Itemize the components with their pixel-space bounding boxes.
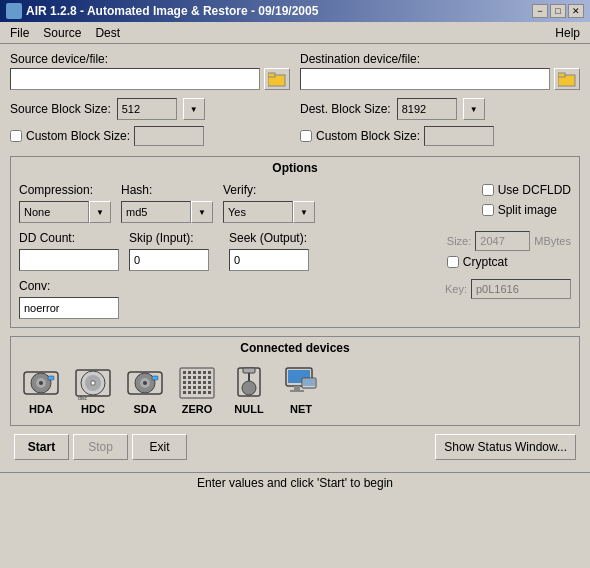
menu-help[interactable]: Help: [549, 24, 586, 42]
source-browse-button[interactable]: [264, 68, 290, 90]
start-button[interactable]: Start: [14, 434, 69, 460]
hdc-icon: disc: [73, 363, 113, 403]
svg-rect-19: [152, 376, 158, 380]
compression-dropdown[interactable]: ▼: [89, 201, 111, 223]
maximize-button[interactable]: □: [550, 4, 566, 18]
device-hdc[interactable]: disc HDC: [71, 361, 115, 417]
svg-rect-1: [268, 73, 275, 77]
source-custom-block-label: Custom Block Size:: [26, 129, 130, 143]
verify-label: Verify:: [223, 183, 315, 197]
null-icon: [229, 363, 269, 403]
device-null[interactable]: NULL: [227, 361, 271, 417]
source-label: Source device/file:: [10, 52, 290, 66]
svg-rect-39: [183, 386, 186, 389]
hash-dropdown[interactable]: ▼: [191, 201, 213, 223]
sda-label: SDA: [133, 403, 156, 415]
folder-icon: [558, 71, 576, 87]
title-bar-controls: − □ ✕: [532, 4, 584, 18]
split-image-label: Split image: [498, 203, 557, 217]
dest-block-input[interactable]: [397, 98, 457, 120]
svg-point-13: [92, 382, 95, 385]
device-sda[interactable]: SDA: [123, 361, 167, 417]
dest-custom-block-checkbox[interactable]: [300, 130, 312, 142]
source-custom-block-input[interactable]: [134, 126, 204, 146]
svg-rect-21: [183, 371, 186, 374]
menu-file[interactable]: File: [4, 24, 35, 42]
menu-source[interactable]: Source: [37, 24, 87, 42]
cryptcat-checkbox[interactable]: [447, 256, 459, 268]
dest-block-label: Dest. Block Size:: [300, 102, 391, 116]
compression-select[interactable]: [19, 201, 89, 223]
source-custom-block-checkbox[interactable]: [10, 130, 22, 142]
devices-panel: Connected devices HDA: [10, 336, 580, 426]
options-row1: Compression: ▼ Hash: ▼ Verify: ▼: [19, 183, 571, 223]
hash-select[interactable]: [121, 201, 191, 223]
options-title: Options: [19, 161, 571, 175]
hdc-label: HDC: [81, 403, 105, 415]
svg-rect-48: [198, 391, 201, 394]
dest-browse-button[interactable]: [554, 68, 580, 90]
zero-icon: [177, 363, 217, 403]
key-input: [471, 279, 571, 299]
dest-block-dropdown[interactable]: ▼: [463, 98, 485, 120]
verify-dropdown[interactable]: ▼: [293, 201, 315, 223]
title-bar: AIR 1.2.8 - Automated Image & Restore - …: [0, 0, 590, 22]
seek-group: Seek (Output):: [229, 231, 319, 271]
verify-select[interactable]: [223, 201, 293, 223]
svg-rect-49: [203, 391, 206, 394]
source-block-group: Source Block Size: ▼: [10, 98, 290, 120]
skip-input[interactable]: [129, 249, 209, 271]
split-image-row: Split image: [482, 203, 571, 217]
close-button[interactable]: ✕: [568, 4, 584, 18]
source-custom-block-group: Custom Block Size:: [10, 126, 290, 146]
title-bar-title: AIR 1.2.8 - Automated Image & Restore - …: [26, 4, 318, 18]
conv-group: Conv:: [19, 279, 119, 319]
split-image-checkbox[interactable]: [482, 204, 494, 216]
svg-rect-23: [193, 371, 196, 374]
svg-rect-41: [193, 386, 196, 389]
hash-group: Hash: ▼: [121, 183, 213, 223]
hda-icon: [21, 363, 61, 403]
device-zero[interactable]: ZERO: [175, 361, 219, 417]
conv-label: Conv:: [19, 279, 119, 293]
device-net[interactable]: NET: [279, 361, 323, 417]
exit-button[interactable]: Exit: [132, 434, 187, 460]
svg-rect-34: [188, 381, 191, 384]
hda-label: HDA: [29, 403, 53, 415]
folder-icon: [268, 71, 286, 87]
conv-input[interactable]: [19, 297, 119, 319]
dest-input[interactable]: [300, 68, 550, 90]
dest-input-row: [300, 68, 580, 90]
size-label: Size:: [447, 235, 471, 247]
svg-rect-45: [183, 391, 186, 394]
seek-input[interactable]: [229, 249, 309, 271]
dest-label: Destination device/file:: [300, 52, 580, 66]
device-hda[interactable]: HDA: [19, 361, 63, 417]
compression-select-row: ▼: [19, 201, 111, 223]
svg-rect-42: [198, 386, 201, 389]
source-block-input[interactable]: [117, 98, 177, 120]
svg-rect-36: [198, 381, 201, 384]
stop-button[interactable]: Stop: [73, 434, 128, 460]
source-group: Source device/file:: [10, 52, 290, 90]
source-input[interactable]: [10, 68, 260, 90]
dest-custom-block-input[interactable]: [424, 126, 494, 146]
menu-items: File Source Dest: [4, 24, 126, 42]
menu-dest[interactable]: Dest: [89, 24, 126, 42]
null-label: NULL: [234, 403, 263, 415]
net-icon: [281, 363, 321, 403]
cryptcat-label: Cryptcat: [463, 255, 508, 269]
hash-label: Hash:: [121, 183, 213, 197]
custom-block-row: Custom Block Size: Custom Block Size:: [10, 126, 580, 146]
svg-point-52: [242, 381, 256, 395]
svg-rect-28: [188, 376, 191, 379]
source-block-dropdown[interactable]: ▼: [183, 98, 205, 120]
dd-count-input[interactable]: [19, 249, 119, 271]
show-status-button[interactable]: Show Status Window...: [435, 434, 576, 460]
zero-label: ZERO: [182, 403, 213, 415]
options-row2: DD Count: Skip (Input): Seek (Output): S…: [19, 231, 571, 271]
use-dcfldd-checkbox[interactable]: [482, 184, 494, 196]
svg-rect-43: [203, 386, 206, 389]
minimize-button[interactable]: −: [532, 4, 548, 18]
svg-rect-50: [208, 391, 211, 394]
